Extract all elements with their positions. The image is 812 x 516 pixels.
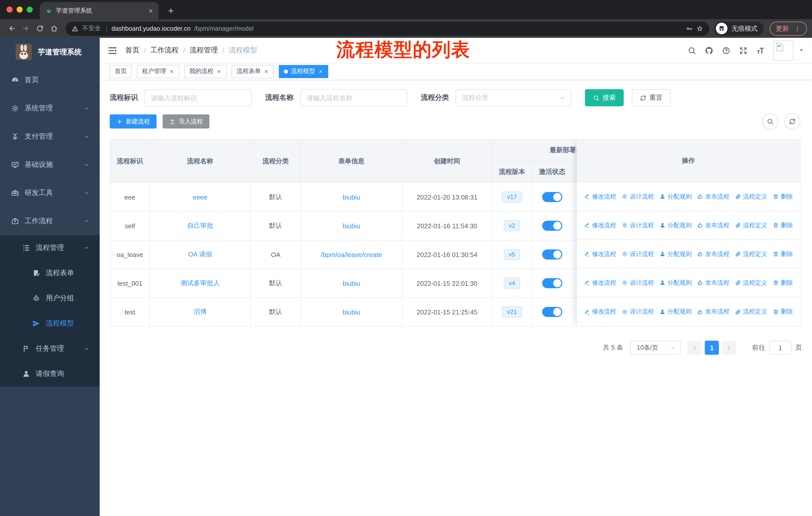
font-size-icon[interactable] (756, 46, 765, 55)
sidebar-item-流程表单[interactable]: 流程表单 (0, 261, 100, 286)
action-设计流程[interactable]: 设计流程 (622, 250, 654, 258)
tag-首页[interactable]: 首页 (110, 65, 132, 78)
address-bar[interactable]: 不安全 dashboard.yudao.iocoder.cn/bpm/manag… (65, 21, 709, 35)
home-button[interactable] (47, 22, 60, 35)
goto-page-input[interactable] (769, 341, 791, 355)
tab-close-icon[interactable] (148, 8, 153, 13)
user-menu-caret-icon[interactable] (799, 48, 804, 53)
next-page-button[interactable] (722, 341, 736, 355)
sidebar-item-系统管理[interactable]: 系统管理 (0, 94, 100, 123)
current-page-button[interactable]: 1 (705, 341, 719, 355)
process-key-input[interactable] (144, 89, 252, 106)
process-category-select[interactable]: 流程分类 (456, 89, 571, 106)
action-发布流程[interactable]: 发布流程 (697, 307, 729, 316)
process-name-link[interactable]: eeee (193, 193, 207, 201)
fullscreen-icon[interactable] (739, 46, 748, 55)
process-name-link[interactable]: 自己审批 (187, 222, 213, 229)
tag-我的流程[interactable]: 我的流程 (184, 65, 227, 78)
action-分配规则[interactable]: 分配规则 (660, 278, 692, 287)
action-修改流程[interactable]: 修改流程 (584, 192, 616, 201)
process-name-input[interactable] (300, 89, 407, 106)
sidebar-item-流程管理[interactable]: 流程管理 (0, 235, 100, 261)
tag-流程表单[interactable]: 流程表单 (232, 65, 274, 78)
create-process-button[interactable]: 新建流程 (110, 114, 156, 129)
github-icon[interactable] (705, 46, 713, 55)
action-流程定义[interactable]: 流程定义 (735, 307, 767, 316)
minimize-window-button[interactable] (17, 6, 23, 12)
action-删除[interactable]: 删除 (773, 221, 793, 229)
process-name-link[interactable]: 滔博 (194, 308, 207, 316)
action-删除[interactable]: 删除 (773, 192, 793, 201)
sidebar-item-请假查询[interactable]: 请假查询 (0, 361, 100, 386)
action-修改流程[interactable]: 修改流程 (584, 307, 616, 316)
form-info-link[interactable]: biubiu (343, 308, 360, 316)
action-设计流程[interactable]: 设计流程 (622, 307, 654, 316)
back-button[interactable] (5, 22, 18, 35)
form-info-link[interactable]: biubiu (343, 193, 360, 201)
action-删除[interactable]: 删除 (773, 307, 793, 316)
sidebar-item-首页[interactable]: 首页 (0, 66, 100, 94)
active-status-switch[interactable] (542, 192, 562, 202)
form-info-link[interactable]: /bpm/oa/leave/create (321, 251, 382, 258)
reload-button[interactable] (33, 22, 46, 35)
action-设计流程[interactable]: 设计流程 (622, 221, 654, 229)
sidebar-item-流程模型[interactable]: 流程模型 (0, 311, 100, 336)
action-发布流程[interactable]: 发布流程 (697, 221, 729, 229)
active-status-switch[interactable] (542, 221, 562, 231)
action-分配规则[interactable]: 分配规则 (660, 221, 692, 229)
zoom-window-button[interactable] (27, 6, 33, 12)
breadcrumb-item[interactable]: 工作流程 (150, 46, 179, 55)
close-icon[interactable] (216, 69, 222, 74)
process-name-link[interactable]: 测试多审批人 (180, 279, 220, 287)
action-设计流程[interactable]: 设计流程 (622, 278, 654, 287)
process-name-link[interactable]: OA 请假 (188, 250, 212, 258)
refresh-table-button[interactable] (784, 113, 801, 130)
password-key-icon[interactable] (686, 25, 693, 32)
browser-update-menu[interactable]: 更新 (770, 21, 807, 35)
search-button[interactable]: 搜索 (585, 89, 624, 106)
form-info-link[interactable]: biubiu (343, 222, 360, 229)
form-info-link[interactable]: biubiu (343, 279, 360, 287)
sidebar-item-任务管理[interactable]: 任务管理 (0, 336, 100, 361)
prev-page-button[interactable] (688, 341, 702, 355)
page-size-select[interactable]: 10条/页 (630, 341, 680, 355)
action-删除[interactable]: 删除 (773, 278, 793, 287)
breadcrumb-item[interactable]: 流程管理 (190, 46, 218, 55)
action-流程定义[interactable]: 流程定义 (735, 192, 767, 201)
action-发布流程[interactable]: 发布流程 (697, 278, 729, 287)
active-status-switch[interactable] (542, 278, 562, 288)
header-search-icon[interactable] (688, 46, 696, 55)
more-vert-icon[interactable] (794, 25, 801, 32)
action-分配规则[interactable]: 分配规则 (660, 250, 692, 258)
close-window-button[interactable] (6, 6, 12, 12)
sidebar-item-工作流程[interactable]: 工作流程 (0, 207, 100, 235)
close-icon[interactable] (318, 69, 323, 74)
action-分配规则[interactable]: 分配规则 (660, 307, 692, 316)
action-流程定义[interactable]: 流程定义 (735, 250, 767, 258)
action-流程定义[interactable]: 流程定义 (735, 221, 767, 229)
sidebar-fold-button[interactable] (108, 46, 117, 55)
sidebar-logo[interactable]: 芋道管理系统 (0, 38, 100, 66)
forward-button[interactable] (19, 22, 32, 35)
user-avatar[interactable] (773, 40, 793, 60)
action-修改流程[interactable]: 修改流程 (584, 278, 616, 287)
help-icon[interactable] (722, 46, 730, 55)
active-status-switch[interactable] (542, 249, 562, 260)
action-流程定义[interactable]: 流程定义 (735, 278, 767, 287)
action-修改流程[interactable]: 修改流程 (584, 221, 616, 229)
breadcrumb-item[interactable]: 首页 (125, 46, 140, 55)
tag-租户管理[interactable]: 租户管理 (137, 65, 179, 78)
bookmark-star-icon[interactable] (696, 25, 703, 32)
tag-流程模型[interactable]: 流程模型 (279, 65, 328, 78)
active-status-switch[interactable] (542, 307, 562, 317)
reset-button[interactable]: 重置 (632, 89, 671, 106)
sidebar-item-基础设施[interactable]: 基础设施 (0, 151, 100, 179)
show-search-toggle-button[interactable] (762, 113, 778, 130)
close-icon[interactable] (169, 69, 174, 74)
close-icon[interactable] (264, 69, 269, 74)
action-修改流程[interactable]: 修改流程 (584, 250, 616, 258)
action-删除[interactable]: 删除 (773, 250, 793, 258)
sidebar-item-研发工具[interactable]: 研发工具 (0, 179, 100, 207)
sidebar-item-支付管理[interactable]: 支付管理 (0, 123, 100, 151)
action-发布流程[interactable]: 发布流程 (697, 250, 729, 258)
